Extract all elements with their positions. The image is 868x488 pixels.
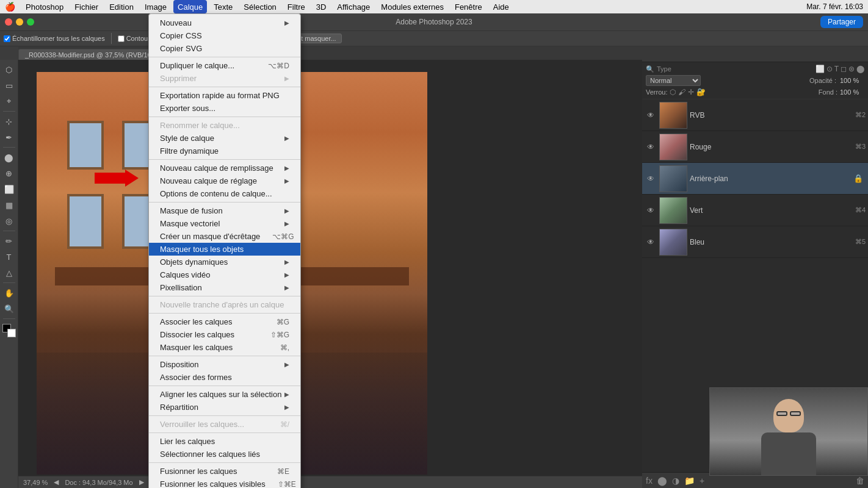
tool-burn[interactable]: ◎ (2, 214, 16, 228)
tool-stamp[interactable]: ⊕ (2, 166, 16, 181)
menu-sep-9 (149, 386, 300, 386)
contour-net-checkbox[interactable] (118, 35, 125, 42)
tool-crop[interactable]: ⊹ (2, 114, 16, 129)
layer-mask-button[interactable]: ⬤ (657, 476, 667, 486)
layer-item-vert[interactable]: 👁 Vert ⌘4 (642, 195, 868, 226)
menu-item-masquer-tous-objets[interactable]: Masquer tous les objets (149, 243, 300, 256)
tool-hand[interactable]: ✋ (2, 285, 16, 300)
menubar-texte[interactable]: Texte (209, 0, 237, 13)
tool-pen[interactable]: ✏ (2, 234, 16, 248)
menu-item-objets-dynamiques[interactable]: Objets dynamiques ▶ (149, 256, 300, 268)
layer-type-text-icon[interactable]: T (834, 65, 839, 73)
menubar-image[interactable]: Image (140, 0, 171, 13)
menubar-aide[interactable]: Aide (489, 0, 513, 13)
menu-item-associer-formes[interactable]: Associer des formes (149, 371, 300, 384)
layer-vis-rvb[interactable]: 👁 (645, 111, 657, 120)
layer-type-smart-icon[interactable]: ⊛ (848, 65, 855, 73)
menubar-selection[interactable]: Sélection (239, 0, 280, 13)
tool-separator-3 (3, 231, 15, 231)
menu-item-selectionner-lies[interactable]: Sélectionner les calques liés (149, 448, 300, 461)
menu-item-copier-svg[interactable]: Copier SVG (149, 42, 300, 55)
tool-eraser[interactable]: ⬜ (2, 182, 16, 196)
layer-vis-arriere-plan[interactable]: 👁 (645, 174, 657, 183)
menu-item-dissocier[interactable]: Dissocier les calques ⇧⌘G (149, 328, 300, 341)
menubar-edition[interactable]: Edition (105, 0, 138, 13)
lock-position-icon[interactable]: ✛ (688, 88, 694, 96)
menu-item-fusionner-visibles[interactable]: Fusionner les calques visibles ⇧⌘E (149, 478, 300, 488)
tool-shape[interactable]: △ (2, 265, 16, 280)
menu-item-disposition[interactable]: Disposition ▶ (149, 358, 300, 371)
menu-item-options-contenu[interactable]: Options de contenu de calque... (149, 187, 300, 200)
menubar-modules[interactable]: Modules externes (377, 0, 448, 13)
menu-item-nouveau-remplissage[interactable]: Nouveau calque de remplissage ▶ (149, 162, 300, 174)
menu-item-creer-masque[interactable]: Créer un masque d'écrêtage ⌥⌘G (149, 230, 300, 243)
menu-item-associer[interactable]: Associer les calques ⌘G (149, 315, 300, 328)
menu-item-calques-video[interactable]: Calques vidéo ▶ (149, 268, 300, 281)
close-button[interactable] (5, 18, 12, 26)
menu-item-masque-vectoriel[interactable]: Masque vectoriel ▶ (149, 217, 300, 230)
menu-item-masquer-calques[interactable]: Masquer les calques ⌘, (149, 341, 300, 354)
tool-gradient[interactable]: ▦ (2, 198, 16, 212)
tool-text[interactable]: T (2, 249, 16, 264)
layer-folder-button[interactable]: 📁 (684, 476, 695, 486)
share-button[interactable]: Partager (820, 16, 863, 28)
layer-vis-rouge[interactable]: 👁 (645, 143, 657, 151)
menubar-3d[interactable]: 3D (312, 0, 331, 13)
background-color[interactable] (7, 329, 16, 337)
menu-item-filtre-dynamique[interactable]: Filtre dynamique (149, 145, 300, 157)
echantillonner-option[interactable]: Échantillonner tous les calques (4, 35, 105, 42)
menu-item-copier-css[interactable]: Copier CSS (149, 29, 300, 42)
menu-item-nouveau[interactable]: Nouveau ▶ (149, 16, 300, 29)
tool-select[interactable]: ▭ (2, 78, 16, 93)
status-arrow-right[interactable]: ▶ (139, 478, 144, 486)
tool-zoom[interactable]: 🔍 (2, 301, 16, 316)
menu-item-fusionner[interactable]: Fusionner les calques ⌘E (149, 465, 300, 478)
layer-fx-button[interactable]: fx (646, 476, 653, 486)
lock-artboard-icon[interactable]: 🔐 (696, 88, 706, 96)
menu-item-lier[interactable]: Lier les calques (149, 435, 300, 448)
layer-vis-vert[interactable]: 👁 (645, 206, 657, 215)
menu-item-dupliquer[interactable]: Dupliquer le calque... ⌥⌘D (149, 59, 300, 72)
menu-item-export-png[interactable]: Exportation rapide au format PNG (149, 89, 300, 102)
menubar-filtre[interactable]: Filtre (283, 0, 309, 13)
menubar-affichage[interactable]: Affichage (333, 0, 374, 13)
tool-lasso[interactable]: ⌖ (2, 94, 16, 109)
menu-item-style-calque[interactable]: Style de calque ▶ (149, 132, 300, 145)
minimize-button[interactable] (16, 18, 23, 26)
status-arrow-left[interactable]: ◀ (54, 478, 59, 486)
menu-item-exporter-sous[interactable]: Exporter sous... (149, 102, 300, 115)
layer-type-shape-icon[interactable]: ◻ (841, 65, 847, 73)
menu-item-masque-fusion[interactable]: Masque de fusion ▶ (149, 204, 300, 217)
layer-mode-select[interactable]: Normal (646, 75, 701, 86)
lock-image-icon[interactable]: 🖌 (678, 88, 685, 96)
layer-item-rvb[interactable]: 👁 RVB ⌘2 (642, 99, 868, 131)
menubar-calque[interactable]: Calque (173, 0, 207, 13)
layer-delete-button[interactable]: 🗑 (856, 476, 864, 486)
layer-vis-bleu[interactable]: 👁 (645, 238, 657, 246)
menu-item-exporter-sous-label: Exporter sous... (160, 104, 215, 113)
echantillonner-checkbox[interactable] (4, 35, 10, 42)
layer-type-adj-icon[interactable]: ⊙ (826, 65, 833, 73)
foreground-background-colors[interactable] (2, 324, 16, 337)
arrow-head (125, 170, 139, 187)
layer-adj-button[interactable]: ◑ (672, 476, 679, 486)
lock-transparent-icon[interactable]: ⬡ (670, 88, 676, 96)
layer-item-bleu[interactable]: 👁 Bleu ⌘5 (642, 226, 868, 258)
layer-item-arriere-plan[interactable]: 👁 Arrière-plan 🔒 (642, 163, 868, 195)
layer-type-pixel-icon[interactable]: ⬜ (816, 65, 825, 73)
apple-icon[interactable]: 🍎 (5, 2, 15, 12)
menu-item-pixellisation[interactable]: Pixellisation ▶ (149, 281, 300, 294)
menu-item-nouveau-reglage[interactable]: Nouveau calque de réglage ▶ (149, 174, 300, 187)
layer-new-button[interactable]: + (700, 476, 704, 486)
layer-item-rouge[interactable]: 👁 Rouge ⌘3 (642, 131, 868, 163)
tool-move[interactable]: ⬡ (2, 62, 16, 77)
layer-type-filter-icon[interactable]: ⬤ (856, 65, 864, 73)
tool-brush[interactable]: ⬤ (2, 150, 16, 165)
maximize-button[interactable] (27, 18, 34, 26)
tool-eyedropper[interactable]: ✒ (2, 130, 16, 145)
menu-item-repartition[interactable]: Répartition ▶ (149, 401, 300, 414)
menubar-fenetre[interactable]: Fenêtre (450, 0, 486, 13)
menu-item-aligner[interactable]: Aligner les calques sur la sélection ▶ (149, 388, 300, 401)
menubar-fichier[interactable]: Fichier (70, 0, 103, 13)
menubar-photoshop[interactable]: Photoshop (21, 0, 68, 13)
